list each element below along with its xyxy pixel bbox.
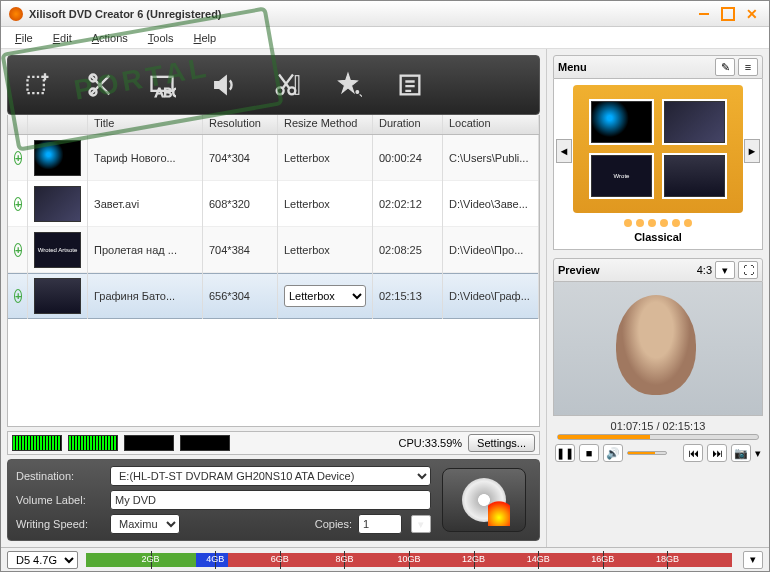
resize-method-select[interactable]: Letterbox bbox=[284, 285, 366, 307]
cell-duration: 02:08:25 bbox=[373, 227, 443, 273]
main-toolbar: ABC bbox=[7, 55, 540, 115]
table-row[interactable]: + Тариф Нового... 704*304 Letterbox 00:0… bbox=[8, 135, 539, 181]
status-bar: D5 4.7G 2GB4GB6GB8GB10GB12GB14GB16GB18GB… bbox=[1, 547, 769, 571]
fullscreen-icon[interactable]: ⛶ bbox=[738, 261, 758, 279]
add-row-button[interactable]: + bbox=[14, 243, 22, 257]
snapshot-button[interactable]: 📷 bbox=[731, 444, 751, 462]
destination-panel: Destination: E:(HL-DT-ST DVDRAM GH20NS10… bbox=[7, 459, 540, 541]
cell-resize: Letterbox bbox=[278, 135, 373, 181]
volume-label-input[interactable] bbox=[110, 490, 431, 510]
cell-title: Тариф Нового... bbox=[88, 135, 203, 181]
disk-menu-button[interactable]: ▾ bbox=[743, 551, 763, 569]
cell-resolution: 608*320 bbox=[203, 181, 278, 227]
cell-resize[interactable]: Letterbox bbox=[278, 273, 373, 319]
menu-file[interactable]: File bbox=[9, 30, 39, 46]
next-template-button[interactable]: ► bbox=[744, 139, 760, 163]
col-resize[interactable]: Resize Method bbox=[278, 115, 373, 134]
cell-duration: 02:02:12 bbox=[373, 181, 443, 227]
add-file-icon[interactable] bbox=[18, 65, 58, 105]
destination-label: Destination: bbox=[16, 470, 104, 482]
burn-button[interactable] bbox=[442, 468, 526, 532]
add-row-button[interactable]: + bbox=[14, 151, 22, 165]
subtitle-icon[interactable]: ABC bbox=[142, 65, 182, 105]
col-title[interactable]: Title bbox=[88, 115, 203, 134]
cpu-bar: CPU:33.59% Settings... bbox=[7, 431, 540, 455]
preview-header: Preview 4:3 ▾ ⛶ bbox=[553, 258, 763, 282]
menu-actions[interactable]: Actions bbox=[86, 30, 134, 46]
video-thumbnail bbox=[34, 278, 81, 314]
pause-button[interactable]: ❚❚ bbox=[555, 444, 575, 462]
disk-tick-label: 10GB bbox=[397, 554, 420, 564]
video-thumbnail bbox=[34, 140, 81, 176]
col-resolution[interactable]: Resolution bbox=[203, 115, 278, 134]
cpu-label: CPU:33.59% bbox=[398, 437, 462, 449]
copies-input[interactable] bbox=[358, 514, 402, 534]
svg-rect-0 bbox=[28, 77, 44, 93]
disk-tick-label: 4GB bbox=[206, 554, 224, 564]
volume-slider[interactable] bbox=[627, 451, 667, 455]
next-frame-button[interactable]: ⏭ bbox=[707, 444, 727, 462]
menu-canvas[interactable]: Wrote bbox=[573, 85, 743, 213]
crop-icon[interactable] bbox=[80, 65, 120, 105]
menubar: File Edit Actions Tools Help bbox=[1, 27, 769, 49]
effects-icon[interactable] bbox=[328, 65, 368, 105]
disk-type-select[interactable]: D5 4.7G bbox=[7, 551, 78, 569]
col-duration[interactable]: Duration bbox=[373, 115, 443, 134]
cell-location: D:\Video\Граф... bbox=[443, 273, 539, 319]
close-button[interactable] bbox=[743, 5, 761, 23]
cell-duration: 00:00:24 bbox=[373, 135, 443, 181]
seek-slider[interactable] bbox=[557, 434, 759, 440]
aspect-label: 4:3 bbox=[697, 264, 712, 276]
table-row[interactable]: + Wroted Artsote Пролетая над ... 704*38… bbox=[8, 227, 539, 273]
menu-edit[interactable]: Edit bbox=[47, 30, 78, 46]
cpu-graph-icon bbox=[124, 435, 174, 451]
add-row-button[interactable]: + bbox=[14, 289, 22, 303]
svg-point-8 bbox=[356, 91, 359, 94]
copies-stepper[interactable]: ▾ bbox=[411, 515, 431, 533]
minimize-button[interactable] bbox=[695, 5, 713, 23]
table-row[interactable]: + Завет.avi 608*320 Letterbox 02:02:12 D… bbox=[8, 181, 539, 227]
add-row-button[interactable]: + bbox=[14, 197, 22, 211]
menu-help[interactable]: Help bbox=[188, 30, 223, 46]
svg-text:ABC: ABC bbox=[155, 85, 176, 99]
snapshot-menu[interactable]: ▾ bbox=[755, 447, 761, 460]
disk-tick-label: 16GB bbox=[591, 554, 614, 564]
col-location[interactable]: Location bbox=[443, 115, 539, 134]
prev-frame-button[interactable]: ⏮ bbox=[683, 444, 703, 462]
cell-title: Пролетая над ... bbox=[88, 227, 203, 273]
stop-button[interactable]: ■ bbox=[579, 444, 599, 462]
audio-icon[interactable] bbox=[204, 65, 244, 105]
clip-icon[interactable] bbox=[266, 65, 306, 105]
cell-resize: Letterbox bbox=[278, 181, 373, 227]
app-logo bbox=[9, 7, 23, 21]
cell-resolution: 656*304 bbox=[203, 273, 278, 319]
edit-menu-icon[interactable]: ✎ bbox=[715, 58, 735, 76]
cpu-graph-icon bbox=[12, 435, 62, 451]
file-grid: Title Resolution Resize Method Duration … bbox=[7, 115, 540, 427]
disc-icon bbox=[462, 478, 506, 522]
cell-location: D:\Video\Про... bbox=[443, 227, 539, 273]
table-row[interactable]: + Графиня Бато... 656*304 Letterbox 02:1… bbox=[8, 273, 539, 319]
menu-template-panel: ◄ ► Wrote Classical bbox=[553, 79, 763, 250]
menu-tools[interactable]: Tools bbox=[142, 30, 180, 46]
disk-tick-label: 12GB bbox=[462, 554, 485, 564]
disk-tick-label: 2GB bbox=[142, 554, 160, 564]
settings-button[interactable]: Settings... bbox=[468, 434, 535, 452]
chapter-icon[interactable] bbox=[390, 65, 430, 105]
aspect-dropdown[interactable]: ▾ bbox=[715, 261, 735, 279]
cell-location: D:\Video\Заве... bbox=[443, 181, 539, 227]
cell-resize: Letterbox bbox=[278, 227, 373, 273]
window-title: Xilisoft DVD Creator 6 (Unregistered) bbox=[29, 8, 689, 20]
template-pager[interactable] bbox=[624, 219, 692, 227]
disk-capacity-bar: 2GB4GB6GB8GB10GB12GB14GB16GB18GB bbox=[86, 553, 732, 567]
no-menu-icon[interactable]: ≡ bbox=[738, 58, 758, 76]
grid-header: Title Resolution Resize Method Duration … bbox=[8, 115, 539, 135]
volume-icon[interactable]: 🔊 bbox=[603, 444, 623, 462]
cpu-graph-icon bbox=[68, 435, 118, 451]
destination-select[interactable]: E:(HL-DT-ST DVDRAM GH20NS10 ATA Device) bbox=[110, 466, 431, 486]
prev-template-button[interactable]: ◄ bbox=[556, 139, 572, 163]
maximize-button[interactable] bbox=[719, 5, 737, 23]
writing-speed-select[interactable]: Maximu bbox=[110, 514, 180, 534]
svg-rect-7 bbox=[295, 76, 299, 95]
preview-viewport[interactable] bbox=[553, 282, 763, 416]
